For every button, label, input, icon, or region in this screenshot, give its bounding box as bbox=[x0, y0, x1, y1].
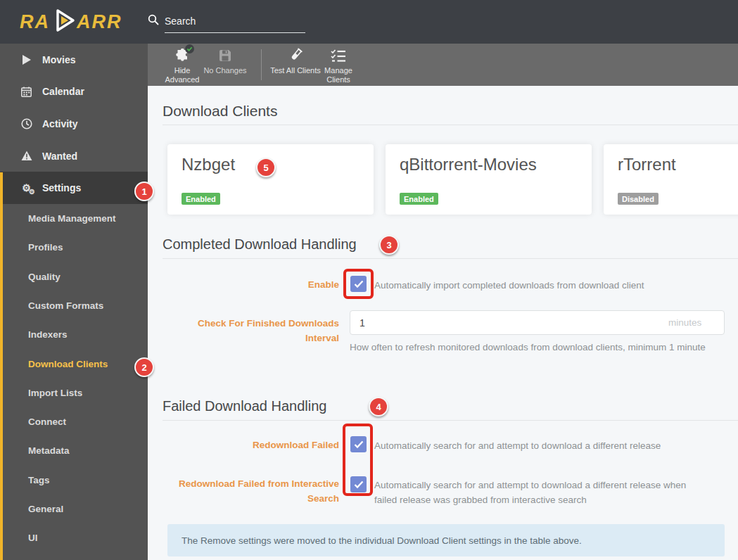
sub-item-label: Quality bbox=[28, 272, 61, 282]
client-name: Nzbget bbox=[182, 155, 235, 174]
sidebar-item-tags[interactable]: Tags bbox=[0, 466, 148, 495]
sidebar-item-settings[interactable]: ⚙ ⚙ Settings bbox=[0, 172, 148, 204]
search-bar bbox=[148, 13, 305, 33]
sidebar-item-profiles[interactable]: Profiles bbox=[0, 233, 148, 262]
info-notice: The Remove settings were moved to the in… bbox=[167, 524, 725, 556]
sidebar-item-label: Calendar bbox=[42, 86, 84, 97]
annotation-box-failed bbox=[343, 424, 373, 496]
logo-text-right: ARR bbox=[77, 11, 122, 33]
sidebar-item-calendar[interactable]: Calendar bbox=[0, 76, 148, 108]
status-badge: Enabled bbox=[182, 193, 220, 205]
sidebar-item-general[interactable]: General bbox=[0, 495, 148, 523]
sidebar-item-label: Activity bbox=[42, 118, 78, 129]
sidebar-item-activity[interactable]: Activity bbox=[0, 108, 148, 140]
page-toolbar: Hide Advanced No Changes bbox=[148, 44, 738, 86]
page-title: Download Clients bbox=[163, 103, 277, 120]
divider bbox=[163, 420, 738, 421]
interval-label: Check For Finished Downloads Interval bbox=[163, 316, 339, 345]
top-header: RA ARR bbox=[0, 0, 738, 44]
interval-unit-hint: minutes bbox=[668, 317, 701, 328]
divider bbox=[163, 125, 738, 125]
sub-item-label: Custom Formats bbox=[28, 300, 103, 311]
enable-help-text: Automatically import completed downloads… bbox=[374, 278, 738, 293]
settings-sub-menu: Media Management Profiles Quality Custom… bbox=[0, 204, 148, 553]
annotation-box-enable bbox=[343, 269, 374, 299]
divider bbox=[163, 258, 738, 259]
annotation-circle-1: 1 bbox=[134, 182, 154, 201]
list-check-icon bbox=[331, 48, 346, 63]
enable-label: Enable bbox=[163, 277, 339, 292]
sidebar-item-download-clients[interactable]: Download Clients bbox=[0, 349, 148, 378]
section-title-completed: Completed Download Handling bbox=[163, 236, 357, 253]
sidebar-item-label: Movies bbox=[42, 54, 75, 65]
status-badge: Enabled bbox=[400, 193, 438, 205]
client-name: qBittorrent-Movies bbox=[400, 155, 537, 174]
settings-content: Download Clients Nzbget Enabled qBittorr… bbox=[148, 86, 738, 560]
download-client-card-qbittorrent[interactable]: qBittorrent-Movies Enabled bbox=[386, 144, 592, 215]
sub-item-label: General bbox=[28, 504, 63, 514]
save-icon bbox=[219, 48, 231, 63]
redownload-interactive-help-text: Automatically search for and attempt to … bbox=[374, 478, 711, 507]
sidebar-nav: Movies Calendar bbox=[0, 44, 148, 560]
sidebar-item-label: Wanted bbox=[42, 151, 77, 162]
sidebar-item-movies[interactable]: Movies bbox=[0, 44, 148, 76]
manage-clients-button[interactable]: Manage Clients bbox=[313, 48, 364, 84]
toolbar-button-label: Manage Clients bbox=[313, 66, 364, 84]
sub-item-label: Import Lists bbox=[28, 388, 82, 398]
sub-item-label: Tags bbox=[28, 475, 50, 485]
status-badge: Disabled bbox=[618, 193, 659, 205]
sub-item-label: UI bbox=[28, 533, 38, 543]
annotation-circle-5: 5 bbox=[256, 158, 276, 177]
download-client-card-rtorrent[interactable]: rTorrent Disabled bbox=[604, 144, 738, 215]
sub-item-label: Download Clients bbox=[28, 359, 108, 369]
sidebar-item-wanted[interactable]: Wanted bbox=[0, 140, 148, 172]
sidebar-item-metadata[interactable]: Metadata bbox=[0, 436, 148, 465]
play-icon bbox=[20, 55, 32, 65]
sidebar-item-indexers[interactable]: Indexers bbox=[0, 320, 148, 349]
annotation-circle-4: 4 bbox=[369, 397, 388, 416]
sidebar-item-quality[interactable]: Quality bbox=[0, 262, 148, 291]
warning-icon bbox=[20, 151, 32, 161]
clock-icon bbox=[20, 118, 32, 129]
sidebar-item-import-lists[interactable]: Import Lists bbox=[0, 378, 148, 407]
redownload-failed-help-text: Automatically search for and attempt to … bbox=[374, 438, 738, 453]
sidebar-item-ui[interactable]: UI bbox=[0, 523, 148, 552]
toolbar-separator bbox=[261, 49, 262, 80]
radarr-app: RA ARR Movies bbox=[0, 0, 738, 560]
logo-text-left: RA bbox=[20, 11, 50, 33]
test-tube-icon bbox=[288, 48, 303, 63]
check-badge-icon bbox=[185, 44, 194, 53]
sidebar-item-label: Settings bbox=[42, 182, 81, 193]
search-input[interactable] bbox=[165, 13, 305, 33]
active-section-accent-bar bbox=[0, 172, 3, 560]
sub-item-label: Profiles bbox=[28, 242, 63, 253]
sidebar-item-media-management[interactable]: Media Management bbox=[0, 204, 148, 233]
annotation-circle-2: 2 bbox=[134, 357, 154, 377]
sub-item-label: Media Management bbox=[28, 213, 116, 224]
search-icon bbox=[148, 14, 159, 28]
sub-item-label: Connect bbox=[28, 416, 66, 427]
save-changes-button[interactable]: No Changes bbox=[200, 48, 250, 75]
info-notice-text: The Remove settings were moved to the in… bbox=[182, 535, 582, 546]
radarr-logo[interactable]: RA ARR bbox=[20, 9, 122, 34]
annotation-circle-3: 3 bbox=[379, 235, 399, 255]
sub-item-label: Indexers bbox=[28, 329, 68, 340]
sidebar-item-custom-formats[interactable]: Custom Formats bbox=[0, 291, 148, 320]
interval-help-text: How often to refresh monitored downloads… bbox=[350, 340, 715, 355]
redownload-interactive-label: Redownload Failed from Interactive Searc… bbox=[163, 476, 339, 506]
play-logo-icon bbox=[51, 8, 75, 35]
section-title-failed: Failed Download Handling bbox=[163, 398, 326, 414]
redownload-failed-label: Redownload Failed bbox=[163, 438, 339, 452]
sidebar-item-connect[interactable]: Connect bbox=[0, 407, 148, 436]
gears-icon: ⚙ ⚙ bbox=[20, 183, 32, 193]
calendar-icon bbox=[20, 87, 32, 97]
client-name: rTorrent bbox=[618, 155, 676, 174]
toolbar-button-label: No Changes bbox=[203, 66, 246, 75]
download-client-card-nzbget[interactable]: Nzbget Enabled bbox=[167, 144, 374, 215]
sub-item-label: Metadata bbox=[28, 445, 70, 456]
advanced-toggle-icon bbox=[175, 48, 189, 63]
